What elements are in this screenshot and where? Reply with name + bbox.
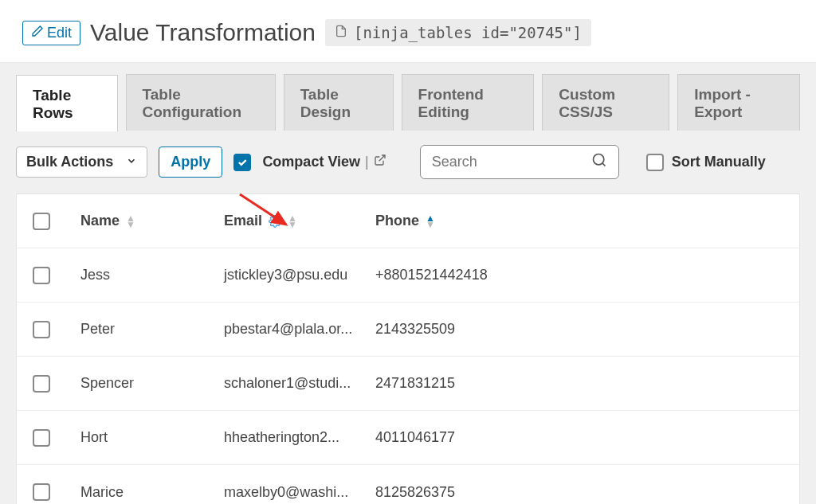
row-checkbox[interactable] (33, 267, 50, 284)
chevron-down-icon (126, 154, 137, 170)
svg-line-1 (602, 163, 606, 166)
divider-pipe: | (365, 154, 369, 170)
row-checkbox[interactable] (33, 483, 50, 501)
cell-phone: +8801521442418 (371, 267, 788, 283)
search-input[interactable] (432, 154, 575, 170)
sort-icon: ▲▼ (288, 215, 297, 228)
popout-icon[interactable] (374, 154, 386, 170)
cell-phone: 4011046177 (371, 429, 788, 446)
column-header-email[interactable]: Email ▲▼ (224, 213, 297, 229)
apply-button[interactable]: Apply (159, 147, 222, 178)
sort-icon: ▲▼ (426, 215, 435, 228)
cell-email: pbestar4@plala.or... (219, 321, 371, 338)
tab-table-rows[interactable]: Table Rows (16, 75, 118, 131)
row-checkbox[interactable] (33, 429, 50, 447)
cell-email: jstickley3@psu.edu (219, 267, 371, 283)
sort-manually-checkbox[interactable] (646, 154, 664, 171)
table-row[interactable]: Peter pbestar4@plala.or... 2143325509 (17, 303, 799, 357)
bulk-actions-select[interactable]: Bulk Actions (16, 147, 147, 178)
cell-phone: 2471831215 (371, 375, 788, 392)
shortcode-display[interactable]: [ninja_tables id="20745"] (325, 19, 591, 46)
table-row[interactable]: Marice maxelby0@washi... 8125826375 (17, 465, 799, 504)
cell-name: Marice (76, 484, 219, 501)
column-header-phone[interactable]: Phone ▲▼ (375, 213, 435, 229)
table-row[interactable]: Hort hheatherington2... 4011046177 (17, 411, 799, 465)
row-checkbox[interactable] (33, 321, 50, 338)
cell-email: hheatherington2... (219, 429, 371, 446)
edit-button-label: Edit (47, 25, 72, 41)
pencil-icon (31, 25, 44, 41)
compact-view-checkbox[interactable] (233, 154, 251, 171)
column-header-name[interactable]: Name ▲▼ (80, 213, 135, 229)
bulk-actions-label: Bulk Actions (26, 154, 113, 170)
tab-table-configuration[interactable]: Table Configuration (126, 74, 276, 131)
select-all-checkbox[interactable] (33, 213, 50, 230)
svg-point-0 (593, 154, 603, 165)
cell-phone: 2143325509 (371, 321, 788, 338)
tab-table-design[interactable]: Table Design (284, 74, 394, 131)
cell-name: Jess (76, 267, 219, 283)
edit-button[interactable]: Edit (22, 21, 80, 45)
tab-custom-css-js[interactable]: Custom CSS/JS (542, 74, 669, 131)
svg-point-3 (273, 220, 277, 223)
cell-email: schaloner1@studi... (219, 375, 371, 392)
document-icon (335, 24, 347, 41)
cell-name: Hort (76, 429, 219, 446)
tab-frontend-editing[interactable]: Frontend Editing (402, 74, 535, 131)
search-icon (591, 152, 607, 172)
data-table: Name ▲▼ Email ▲▼ Phone ▲▼ (16, 193, 800, 504)
cell-email: maxelby0@washi... (219, 484, 371, 501)
search-box[interactable] (420, 145, 619, 179)
tabs: Table Rows Table Configuration Table Des… (16, 63, 800, 131)
compact-view-label: Compact View (262, 154, 360, 170)
cell-name: Peter (76, 321, 219, 338)
row-checkbox[interactable] (33, 375, 50, 393)
table-row[interactable]: Spencer schaloner1@studi... 2471831215 (17, 357, 799, 411)
sort-icon: ▲▼ (126, 215, 135, 228)
tab-import-export[interactable]: Import - Export (677, 74, 800, 131)
page-title: Value Transformation (90, 19, 316, 46)
table-row[interactable]: Jess jstickley3@psu.edu +8801521442418 (17, 248, 799, 303)
table-header-row: Name ▲▼ Email ▲▼ Phone ▲▼ (17, 194, 799, 248)
cell-name: Spencer (76, 375, 219, 392)
gear-icon[interactable] (269, 215, 281, 228)
cell-phone: 8125826375 (371, 484, 788, 501)
shortcode-text: [ninja_tables id="20745"] (354, 24, 582, 41)
sort-manually-label: Sort Manually (672, 154, 766, 170)
